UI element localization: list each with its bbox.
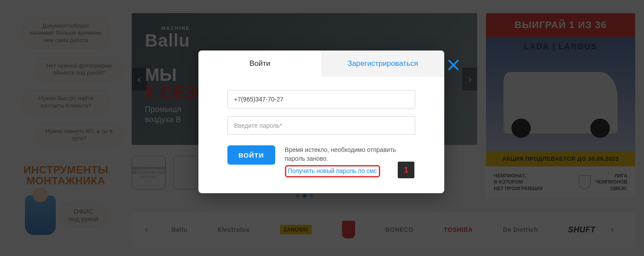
auth-tabs: Войти Зарегистрироваться [198,50,444,77]
login-message-block: Время истекло, необходимо отправить паро… [285,145,415,177]
login-submit-button[interactable]: ВОЙТИ [227,145,275,165]
annotation-1: 1 [398,162,414,178]
close-icon [447,65,460,73]
tab-login[interactable]: Войти [198,50,321,77]
close-button[interactable] [447,58,460,72]
sms-password-link[interactable]: Получить новый пароль по смс [285,165,380,177]
timeout-message: Время истекло, необходимо отправить паро… [285,145,415,163]
password-input[interactable] [227,116,415,135]
phone-input[interactable] [227,90,415,108]
tab-register[interactable]: Зарегистрироваться [321,50,444,77]
